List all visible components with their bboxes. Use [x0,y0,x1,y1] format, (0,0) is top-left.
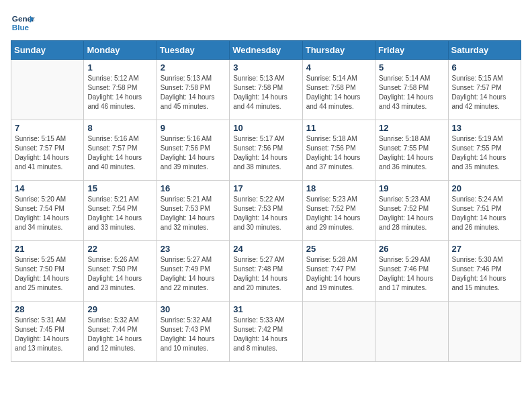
weekday-header: Thursday [302,41,375,60]
logo-icon: General Blue [11,11,35,35]
calendar-day-cell: 26Sunrise: 5:29 AM Sunset: 7:46 PM Dayli… [375,241,448,302]
weekday-header: Friday [375,41,448,60]
calendar-day-cell [375,302,448,362]
day-number: 16 [161,183,226,193]
day-number: 31 [233,304,298,314]
day-number: 23 [161,244,226,254]
day-info: Sunrise: 5:30 AM Sunset: 7:46 PM Dayligh… [452,255,517,293]
day-number: 10 [233,123,298,133]
calendar-day-cell: 8Sunrise: 5:16 AM Sunset: 7:57 PM Daylig… [84,120,157,181]
calendar-day-cell: 4Sunrise: 5:14 AM Sunset: 7:58 PM Daylig… [302,60,375,120]
calendar-day-cell: 9Sunrise: 5:16 AM Sunset: 7:56 PM Daylig… [157,120,229,181]
calendar-week-row: 1Sunrise: 5:12 AM Sunset: 7:58 PM Daylig… [11,60,521,120]
calendar-day-cell: 11Sunrise: 5:18 AM Sunset: 7:56 PM Dayli… [302,120,375,181]
day-number: 2 [161,62,226,73]
day-info: Sunrise: 5:29 AM Sunset: 7:46 PM Dayligh… [379,255,444,293]
day-number: 13 [452,123,517,133]
day-info: Sunrise: 5:18 AM Sunset: 7:56 PM Dayligh… [306,134,371,172]
day-info: Sunrise: 5:26 AM Sunset: 7:50 PM Dayligh… [87,255,152,293]
day-number: 8 [87,123,152,133]
calendar-day-cell: 16Sunrise: 5:21 AM Sunset: 7:53 PM Dayli… [157,181,229,241]
day-info: Sunrise: 5:14 AM Sunset: 7:58 PM Dayligh… [379,74,444,111]
calendar-day-cell: 14Sunrise: 5:20 AM Sunset: 7:54 PM Dayli… [11,181,84,241]
day-info: Sunrise: 5:27 AM Sunset: 7:49 PM Dayligh… [161,255,226,293]
day-number: 15 [87,183,152,193]
calendar-day-cell: 20Sunrise: 5:24 AM Sunset: 7:51 PM Dayli… [448,181,521,241]
day-info: Sunrise: 5:23 AM Sunset: 7:52 PM Dayligh… [306,195,371,232]
calendar-day-cell: 18Sunrise: 5:23 AM Sunset: 7:52 PM Dayli… [302,181,375,241]
day-info: Sunrise: 5:18 AM Sunset: 7:55 PM Dayligh… [379,134,444,172]
day-number: 1 [87,62,152,73]
day-info: Sunrise: 5:13 AM Sunset: 7:58 PM Dayligh… [233,74,298,111]
day-number: 27 [452,244,517,254]
calendar-header-row: SundayMondayTuesdayWednesdayThursdayFrid… [11,41,521,60]
day-number: 6 [452,62,517,73]
day-info: Sunrise: 5:19 AM Sunset: 7:55 PM Dayligh… [452,134,517,172]
calendar-day-cell [11,60,84,120]
day-info: Sunrise: 5:15 AM Sunset: 7:57 PM Dayligh… [15,134,80,172]
day-info: Sunrise: 5:25 AM Sunset: 7:50 PM Dayligh… [15,255,80,293]
day-info: Sunrise: 5:23 AM Sunset: 7:52 PM Dayligh… [379,195,444,232]
day-info: Sunrise: 5:21 AM Sunset: 7:53 PM Dayligh… [161,195,226,232]
calendar-day-cell: 29Sunrise: 5:32 AM Sunset: 7:44 PM Dayli… [84,302,157,362]
calendar-day-cell: 12Sunrise: 5:18 AM Sunset: 7:55 PM Dayli… [375,120,448,181]
day-info: Sunrise: 5:14 AM Sunset: 7:58 PM Dayligh… [306,74,371,111]
day-number: 30 [161,304,226,314]
day-number: 17 [233,183,298,193]
calendar-day-cell: 28Sunrise: 5:31 AM Sunset: 7:45 PM Dayli… [11,302,84,362]
day-info: Sunrise: 5:21 AM Sunset: 7:54 PM Dayligh… [87,195,152,232]
day-number: 29 [87,304,152,314]
calendar-day-cell [448,302,521,362]
calendar-week-row: 28Sunrise: 5:31 AM Sunset: 7:45 PM Dayli… [11,302,521,362]
day-info: Sunrise: 5:31 AM Sunset: 7:45 PM Dayligh… [15,316,80,353]
day-info: Sunrise: 5:32 AM Sunset: 7:43 PM Dayligh… [161,316,226,353]
day-number: 5 [379,62,444,73]
page-header: General Blue [11,11,521,35]
day-number: 24 [233,244,298,254]
day-number: 25 [306,244,371,254]
calendar-day-cell: 5Sunrise: 5:14 AM Sunset: 7:58 PM Daylig… [375,60,448,120]
day-number: 20 [452,183,517,193]
calendar-day-cell: 19Sunrise: 5:23 AM Sunset: 7:52 PM Dayli… [375,181,448,241]
weekday-header: Saturday [448,41,521,60]
calendar-day-cell: 30Sunrise: 5:32 AM Sunset: 7:43 PM Dayli… [157,302,229,362]
day-info: Sunrise: 5:15 AM Sunset: 7:57 PM Dayligh… [452,74,517,111]
calendar-week-row: 7Sunrise: 5:15 AM Sunset: 7:57 PM Daylig… [11,120,521,181]
day-info: Sunrise: 5:16 AM Sunset: 7:57 PM Dayligh… [87,134,152,172]
day-number: 7 [15,123,80,133]
calendar-day-cell: 7Sunrise: 5:15 AM Sunset: 7:57 PM Daylig… [11,120,84,181]
day-number: 22 [87,244,152,254]
calendar-day-cell: 13Sunrise: 5:19 AM Sunset: 7:55 PM Dayli… [448,120,521,181]
day-number: 14 [15,183,80,193]
calendar-day-cell: 10Sunrise: 5:17 AM Sunset: 7:56 PM Dayli… [230,120,302,181]
calendar-day-cell: 27Sunrise: 5:30 AM Sunset: 7:46 PM Dayli… [448,241,521,302]
weekday-header: Sunday [11,41,84,60]
calendar-day-cell: 1Sunrise: 5:12 AM Sunset: 7:58 PM Daylig… [84,60,157,120]
calendar-day-cell: 23Sunrise: 5:27 AM Sunset: 7:49 PM Dayli… [157,241,229,302]
calendar-day-cell: 2Sunrise: 5:13 AM Sunset: 7:58 PM Daylig… [157,60,229,120]
day-info: Sunrise: 5:32 AM Sunset: 7:44 PM Dayligh… [87,316,152,353]
weekday-header: Wednesday [230,41,302,60]
calendar-day-cell: 21Sunrise: 5:25 AM Sunset: 7:50 PM Dayli… [11,241,84,302]
day-info: Sunrise: 5:22 AM Sunset: 7:53 PM Dayligh… [233,195,298,232]
day-number: 18 [306,183,371,193]
logo: General Blue [11,11,35,35]
calendar-day-cell: 17Sunrise: 5:22 AM Sunset: 7:53 PM Dayli… [230,181,302,241]
calendar-day-cell [302,302,375,362]
day-number: 21 [15,244,80,254]
day-number: 19 [379,183,444,193]
day-number: 12 [379,123,444,133]
calendar-week-row: 21Sunrise: 5:25 AM Sunset: 7:50 PM Dayli… [11,241,521,302]
day-info: Sunrise: 5:20 AM Sunset: 7:54 PM Dayligh… [15,195,80,232]
day-number: 28 [15,304,80,314]
day-info: Sunrise: 5:27 AM Sunset: 7:48 PM Dayligh… [233,255,298,293]
day-info: Sunrise: 5:33 AM Sunset: 7:42 PM Dayligh… [233,316,298,353]
calendar-day-cell: 22Sunrise: 5:26 AM Sunset: 7:50 PM Dayli… [84,241,157,302]
day-info: Sunrise: 5:16 AM Sunset: 7:56 PM Dayligh… [161,134,226,172]
calendar-week-row: 14Sunrise: 5:20 AM Sunset: 7:54 PM Dayli… [11,181,521,241]
day-info: Sunrise: 5:12 AM Sunset: 7:58 PM Dayligh… [87,74,152,111]
day-number: 26 [379,244,444,254]
calendar-day-cell: 24Sunrise: 5:27 AM Sunset: 7:48 PM Dayli… [230,241,302,302]
day-number: 9 [161,123,226,133]
calendar-day-cell: 6Sunrise: 5:15 AM Sunset: 7:57 PM Daylig… [448,60,521,120]
